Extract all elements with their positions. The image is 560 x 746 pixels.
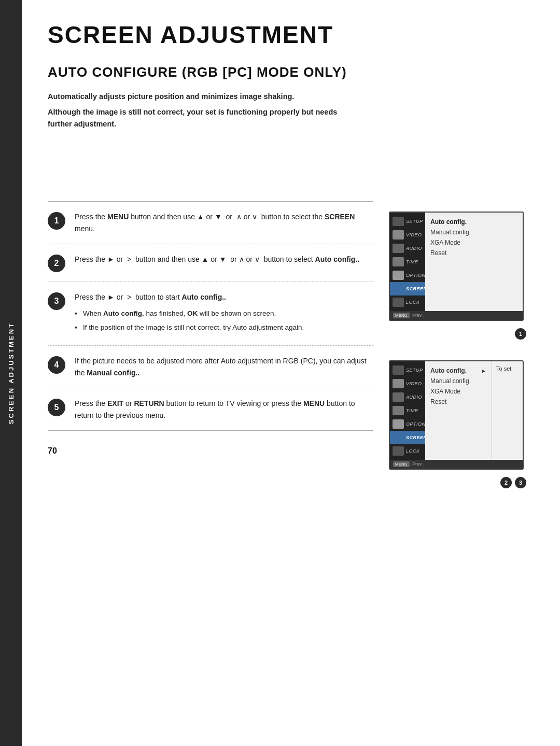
menu-right-xga-2: XGA Mode [430, 386, 486, 397]
video-label-2: VIDEO [406, 381, 422, 386]
steps-column: 1 Press the MENU button and then use ▲ o… [48, 201, 373, 456]
menu-footer-2: MENU Prev . [390, 460, 523, 469]
content-columns: 1 Press the MENU button and then use ▲ o… [48, 201, 529, 488]
step-text-2: Press the ► or > button and then use ▲ o… [75, 254, 373, 265]
time-label-2: TIME [406, 408, 418, 413]
section-title: AUTO CONFIGURE (RGB [PC] MODE ONLY) [48, 64, 529, 80]
step-number-3: 3 [48, 292, 65, 310]
menu-item-screen-highlighted-2: SCREEN [390, 431, 425, 444]
setup-icon [393, 217, 404, 226]
badge-circle-1: 1 [515, 328, 526, 340]
video-icon [393, 230, 404, 240]
menu-item-video: VIDEO [390, 228, 425, 242]
prev-btn-1: MENU [393, 313, 410, 318]
time-icon-2 [393, 406, 404, 415]
lock-icon-2 [393, 446, 404, 456]
menu-item-setup-2: SETUP [390, 363, 425, 377]
main-content: SCREEN ADJUSTMENT AUTO CONFIGURE (RGB [P… [22, 0, 560, 746]
time-icon [393, 257, 404, 266]
step-row-3: 3 Press the ► or > button to start Auto … [48, 282, 373, 346]
screen-label: SCREEN [406, 286, 427, 291]
option-icon-2 [393, 419, 404, 429]
step-number-1: 1 [48, 212, 65, 230]
step-number-4: 4 [48, 356, 65, 374]
audio-icon-2 [393, 392, 404, 402]
screenshot-1: SETUP VIDEO AUDIO [389, 212, 524, 321]
menu-item-video-2: VIDEO [390, 377, 425, 390]
menu-item-lock: LOCK [390, 295, 425, 309]
menu-item-option-2: OPTION [390, 417, 425, 431]
video-label: VIDEO [406, 232, 422, 237]
step-row-2: 2 Press the ► or > button and then use ▲… [48, 244, 373, 282]
menu-right-reset-1: Reset [430, 248, 517, 258]
step-row-4: 4 If the picture needs to be adjusted mo… [48, 346, 373, 388]
badge-circle-2: 2 [500, 477, 512, 488]
time-label: TIME [406, 259, 418, 264]
menu-item-setup: SETUP [390, 215, 425, 228]
arrow-right-icon: ► [481, 368, 486, 374]
menu-right-auto-config-1: Auto config. [430, 217, 517, 227]
intro-text-2: Although the image is still not correct,… [48, 106, 338, 130]
step-text-3: Press the ► or > button to start Auto co… [75, 291, 373, 336]
menu-item-lock-2: LOCK [390, 444, 425, 458]
audio-label-2: AUDIO [406, 395, 422, 400]
to-set-panel: To set [492, 361, 523, 460]
sidebar-label: SCREEN ADJUSTMENT [7, 322, 15, 424]
step-number-2: 2 [48, 255, 65, 272]
lock-label-2: LOCK [406, 448, 420, 454]
prev-label-1: Prev . [412, 313, 425, 318]
lock-label: LOCK [406, 300, 420, 305]
lock-icon [393, 298, 404, 307]
menu-item-audio-2: AUDIO [390, 390, 425, 404]
step-text-1: Press the MENU button and then use ▲ or … [75, 211, 373, 234]
audio-icon [393, 244, 404, 253]
step-row-5: 5 Press the EXIT or RETURN button to ret… [48, 388, 373, 431]
option-icon [393, 271, 404, 280]
menu-item-audio: AUDIO [390, 242, 425, 255]
sidebar: SCREEN ADJUSTMENT [0, 0, 22, 746]
prev-btn-2: MENU [393, 461, 410, 467]
video-icon-2 [393, 379, 404, 388]
bullet-1: When Auto config. has finished, OK will … [75, 308, 373, 319]
step-number-5: 5 [48, 399, 65, 416]
setup-label: SETUP [406, 219, 423, 224]
setup-label-2: SETUP [406, 368, 423, 373]
step-3-bullets: When Auto config. has finished, OK will … [75, 308, 373, 333]
option-label-2: OPTION [406, 421, 426, 427]
menu-left-1: SETUP VIDEO AUDIO [390, 213, 425, 311]
menu-right-manual-config-1: Manual config. [430, 227, 517, 237]
to-set-label: To set [496, 365, 511, 372]
menu-item-option: OPTION [390, 269, 425, 282]
setup-icon-2 [393, 365, 404, 375]
badge-23-container: 2 3 [389, 477, 529, 488]
menu-item-screen-highlighted: SCREEN [390, 282, 425, 295]
prev-label-2: Prev . [412, 461, 425, 467]
menu-right-manual-config-2: Manual config. [430, 376, 486, 386]
menu-right-reset-2: Reset [430, 397, 486, 407]
step-text-4: If the picture needs to be adjusted more… [75, 355, 373, 378]
step-text-5: Press the EXIT or RETURN button to retur… [75, 398, 373, 421]
screen-icon [393, 284, 404, 293]
page-title: SCREEN ADJUSTMENT [48, 21, 529, 49]
menu-right-1: Auto config. Manual config. XGA Mode Res… [425, 213, 523, 311]
screen-label-2: SCREEN [406, 435, 427, 440]
step-row-1: 1 Press the MENU button and then use ▲ o… [48, 202, 373, 244]
menu-right-xga-1: XGA Mode [430, 237, 517, 248]
screenshot-2: SETUP VIDEO AUDIO [389, 360, 524, 470]
audio-label: AUDIO [406, 246, 422, 251]
screen-icon-2 [393, 433, 404, 442]
menu-item-time-2: TIME [390, 404, 425, 417]
menu-right-2: Auto config. ► Manual config. XGA Mode R… [425, 361, 492, 460]
menu-left-2: SETUP VIDEO AUDIO [390, 361, 425, 460]
option-label: OPTION [406, 273, 426, 278]
menu-footer-1: MENU Prev . [390, 311, 523, 320]
page-number: 70 [48, 446, 373, 456]
screenshots-column: SETUP VIDEO AUDIO [389, 201, 529, 488]
badge-circle-3: 3 [515, 477, 526, 488]
bullet-2: If the position of the image is still no… [75, 322, 373, 333]
menu-item-time: TIME [390, 255, 425, 269]
menu-right-auto-config-2: Auto config. ► [430, 365, 486, 376]
badge-1-container: 1 [389, 328, 529, 340]
intro-text-1: Automatically adjusts picture position a… [48, 91, 338, 102]
